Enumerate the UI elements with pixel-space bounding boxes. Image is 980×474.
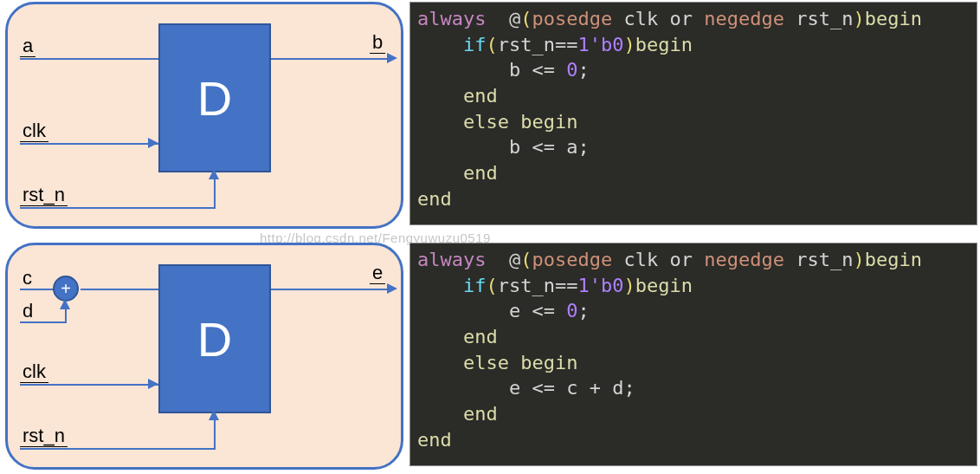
d-label-1: D	[197, 70, 232, 127]
eq: ==	[555, 34, 578, 55]
wire-adder-out	[81, 289, 158, 290]
d-flipflop-1: D	[158, 23, 271, 172]
signal-c-label: c	[20, 268, 35, 289]
kw-else2: else	[463, 352, 509, 373]
arrow-clk2	[148, 379, 158, 389]
cond-r2: )	[623, 275, 635, 296]
wire-clk2	[20, 384, 158, 386]
lit-1b0-2: 1'b0	[577, 275, 623, 296]
kw-end2: end	[463, 162, 498, 184]
lit-1b0: 1'b0	[577, 34, 623, 55]
wire-clk1	[20, 143, 158, 145]
stmt-e0: e <=	[509, 300, 566, 321]
signal-d-label: d	[20, 301, 35, 322]
kw-begin-b3: begin	[520, 352, 577, 373]
kw-end1: end	[463, 85, 498, 107]
lit-0-2: 0	[566, 300, 577, 321]
code-block-1: always @(posedge clk or negedge rst_n)be…	[409, 2, 977, 225]
wire-rst1-v	[214, 178, 216, 209]
wire-b	[271, 58, 387, 60]
stmt-ecd: e <= c + d;	[509, 377, 635, 399]
cond-r: )	[623, 34, 635, 55]
lit-0: 0	[566, 59, 577, 81]
kw-if2: if	[463, 275, 487, 296]
rparen: )	[853, 8, 864, 29]
signal-b-label: b	[370, 32, 385, 54]
semi: ;	[577, 59, 589, 81]
arrow-d	[60, 299, 70, 309]
id-clk: clk	[623, 8, 658, 29]
diagram-1: D a b clk rst_n	[5, 2, 403, 229]
signal-a-label: a	[20, 36, 35, 57]
signal-clk2-label: clk	[20, 361, 48, 383]
signal-rst1-label: rst_n	[20, 185, 68, 206]
kw-end-b2: end	[463, 403, 498, 425]
kw-always: always	[417, 8, 486, 29]
kw-posedge2: posedge	[532, 249, 612, 270]
arrow-e	[387, 283, 397, 294]
kw-negedge2: negedge	[704, 249, 784, 270]
wire-c	[20, 289, 55, 290]
cond-rst: rst_n	[498, 34, 555, 55]
row-1: D a b clk rst_n always @(posedge clk or …	[0, 0, 980, 232]
wire-d-v	[65, 308, 67, 323]
kw-always2: always	[417, 249, 486, 270]
wire-rst2-v	[214, 419, 216, 450]
eq2: ==	[555, 275, 578, 296]
wire-rst2-h	[20, 448, 216, 450]
wire-rst1-h	[20, 207, 216, 209]
wire-a	[20, 58, 158, 60]
row-2: D c + d e clk rst_n always @(posedge clk…	[0, 241, 980, 473]
id-rst: rst_n	[796, 8, 853, 29]
arrow-clk1	[148, 138, 158, 148]
arrow-rst1	[209, 169, 219, 179]
kw-or2: or	[669, 249, 693, 270]
wire-e	[271, 289, 387, 290]
d-flipflop-2: D	[158, 264, 271, 413]
at-sym2: @	[509, 249, 520, 270]
code-block-2: always @(posedge clk or negedge rst_n)be…	[409, 243, 977, 466]
cond-rst2: rst_n	[498, 275, 555, 296]
kw-begin-b2: begin	[635, 275, 693, 296]
kw-end3: end	[417, 188, 452, 210]
adder-icon: +	[53, 276, 79, 302]
kw-begin: begin	[865, 8, 922, 29]
kw-or: or	[669, 8, 693, 29]
kw-end-b3: end	[417, 429, 452, 451]
kw-begin3: begin	[520, 111, 577, 133]
kw-if: if	[463, 34, 487, 55]
signal-e-label: e	[370, 263, 385, 284]
at-sym: @	[509, 8, 520, 29]
kw-negedge: negedge	[704, 8, 784, 29]
rparen2: )	[853, 249, 864, 270]
id-clk2: clk	[623, 249, 658, 270]
kw-end-b1: end	[463, 326, 498, 347]
d-label-2: D	[197, 311, 232, 367]
kw-else: else	[463, 111, 509, 133]
kw-posedge: posedge	[532, 8, 612, 29]
arrow-b	[387, 53, 397, 63]
stmt-ba: b <= a;	[509, 136, 590, 158]
id-rst2: rst_n	[796, 249, 853, 270]
cond-l2: (	[486, 275, 497, 296]
lparen2: (	[520, 249, 532, 270]
kw-begin2: begin	[635, 34, 693, 55]
signal-rst2-label: rst_n	[20, 425, 68, 447]
wire-d-h	[20, 321, 65, 323]
adder-label: +	[61, 280, 71, 297]
stmt-b0: b <=	[509, 59, 566, 81]
signal-clk1-label: clk	[20, 120, 48, 142]
kw-begin-b: begin	[865, 249, 922, 270]
cond-l: (	[486, 34, 497, 55]
arrow-rst2	[209, 410, 219, 420]
diagram-2: D c + d e clk rst_n	[5, 243, 403, 470]
lparen: (	[520, 8, 532, 29]
semi2: ;	[577, 300, 589, 321]
